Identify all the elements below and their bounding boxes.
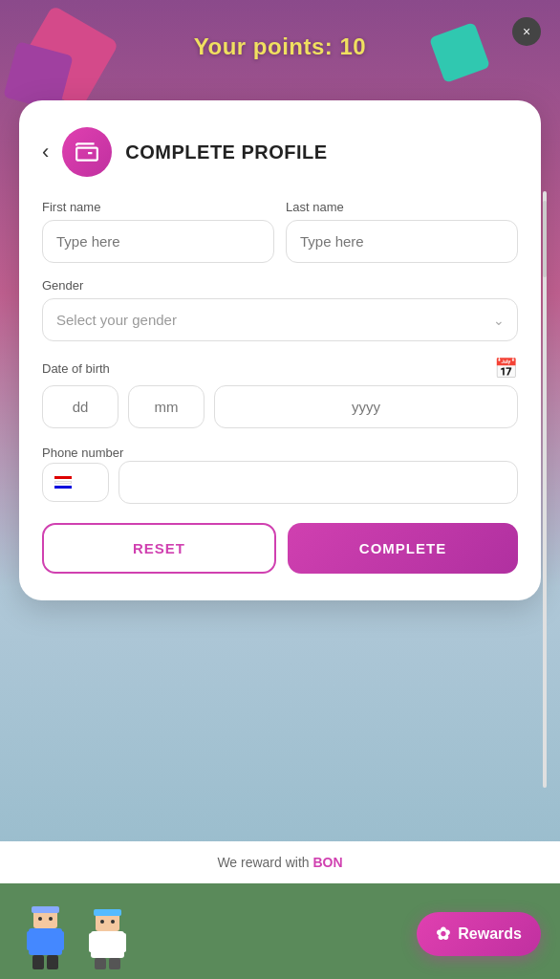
first-name-input[interactable] (42, 220, 274, 263)
calendar-icon[interactable]: 📅 (494, 357, 518, 380)
dob-label: Date of birth (42, 361, 110, 376)
modal-header: ‹ COMPLETE PROFILE (42, 127, 518, 177)
svg-rect-3 (54, 931, 64, 950)
rewards-label: Rewards (458, 925, 522, 943)
pixel-character-1 (19, 904, 72, 971)
back-button[interactable]: ‹ (42, 141, 49, 163)
points-banner: Your points: 10 (0, 33, 560, 60)
svg-rect-4 (32, 955, 44, 969)
dob-year-input[interactable] (214, 385, 518, 428)
pixel-character-2 (81, 904, 134, 971)
flag-icon (54, 476, 72, 489)
svg-point-15 (100, 920, 104, 924)
last-name-label: Last name (286, 200, 518, 214)
complete-button[interactable]: COMPLETE (288, 523, 518, 574)
svg-rect-5 (47, 955, 58, 969)
complete-label: COMPLETE (359, 540, 446, 556)
dob-row (42, 385, 518, 428)
gender-select[interactable]: Select your gender Male Female Other Pre… (42, 298, 518, 341)
last-name-group: Last name (286, 200, 518, 263)
svg-rect-11 (89, 933, 98, 952)
scroll-thumb (543, 201, 547, 277)
buttons-row: RESET COMPLETE (42, 523, 518, 574)
modal-card: ‹ COMPLETE PROFILE First name Last name … (19, 100, 541, 600)
phone-group: Phone number (42, 444, 518, 504)
svg-rect-13 (95, 958, 106, 969)
phone-label: Phone number (42, 446, 123, 460)
close-icon: × (523, 24, 530, 39)
svg-rect-8 (32, 906, 59, 913)
profile-icon (62, 127, 112, 177)
svg-rect-2 (27, 931, 36, 950)
flower-icon: ✿ (436, 924, 450, 945)
svg-rect-14 (109, 958, 120, 969)
phone-row (42, 461, 518, 504)
close-button[interactable]: × (512, 17, 541, 46)
gender-label: Gender (42, 278, 518, 293)
wallet-icon (75, 140, 99, 164)
reward-text: We reward with (217, 855, 312, 870)
svg-point-16 (111, 920, 115, 924)
svg-rect-17 (94, 909, 121, 916)
back-icon: ‹ (42, 140, 49, 163)
last-name-input[interactable] (286, 220, 518, 263)
phone-flag-selector[interactable] (42, 463, 109, 502)
gender-group: Gender Select your gender Male Female Ot… (42, 278, 518, 341)
svg-point-6 (38, 917, 42, 921)
gender-select-wrapper: Select your gender Male Female Other Pre… (42, 298, 518, 341)
character-svg (19, 904, 72, 971)
character2-svg (81, 904, 134, 971)
svg-point-7 (49, 917, 53, 921)
first-name-group: First name (42, 200, 274, 263)
rewards-button[interactable]: ✿ Rewards (417, 912, 541, 956)
dob-header: Date of birth 📅 (42, 357, 518, 380)
scroll-indicator (543, 191, 547, 788)
first-name-label: First name (42, 200, 274, 214)
modal-title: COMPLETE PROFILE (125, 141, 327, 163)
reward-highlight: BON (312, 855, 342, 870)
reward-bar: We reward with BON (0, 841, 560, 883)
reset-label: RESET (133, 540, 185, 556)
points-text: Your points: 10 (194, 33, 366, 59)
dob-group: Date of birth 📅 (42, 357, 518, 428)
name-row: First name Last name (42, 200, 518, 263)
reset-button[interactable]: RESET (42, 523, 276, 574)
phone-number-input[interactable] (118, 461, 518, 504)
dob-month-input[interactable] (128, 385, 205, 428)
svg-rect-12 (117, 933, 126, 952)
dob-day-input[interactable] (42, 385, 118, 428)
